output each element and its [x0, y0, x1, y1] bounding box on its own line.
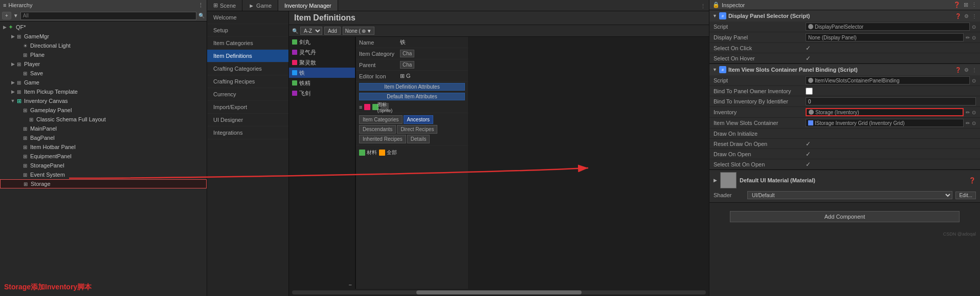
tree-item-ipt[interactable]: ▶ ⊞ Item Pickup Template [0, 87, 207, 96]
tree-item-equipment[interactable]: ⊞ EquipmentPanel [0, 152, 207, 161]
tree-item-directional-light[interactable]: ☀ Directional Light [0, 41, 207, 50]
hierarchy-dropdown-icon[interactable]: ▼ [13, 13, 18, 18]
tree-item-storagepanel[interactable]: ⊞ StoragePanel [0, 161, 207, 170]
horizontal-scrollbar[interactable] [289, 289, 709, 296]
ivs-container-circle[interactable]: ⊙ [972, 120, 976, 126]
sidebar-item-crafting-recipes[interactable]: Crafting Recipes [207, 75, 288, 88]
inspector-icon-1[interactable]: ❓ [953, 2, 961, 8]
sidebar-item-import-export[interactable]: Import/Export [207, 101, 288, 114]
component-ivs-header[interactable]: ▼ # Item View Slots Container Panel Bind… [709, 64, 980, 75]
list-item-iron-spirit[interactable]: 铁精 [289, 78, 355, 88]
dps-settings-icon[interactable]: ⚙ [964, 13, 969, 19]
detail-row-icon: Editor Icon ⊞ G [356, 71, 468, 82]
ivs-more-icon[interactable]: ⋮ [972, 67, 977, 73]
hierarchy-search-icon[interactable]: 🔍 [198, 13, 205, 18]
ivs-inventory-edit[interactable]: ✏ [966, 110, 970, 115]
list-item-iron[interactable]: 铁 [289, 68, 355, 78]
scene-tab-more[interactable]: ⋮ [697, 2, 709, 11]
sidebar-item-setup[interactable]: Setup [207, 24, 288, 37]
ivs-reset-draw-value: ✓ [806, 140, 976, 147]
dps-field-script: Script DisplayPanelSelector ⊙ [709, 22, 980, 32]
material-help-icon[interactable]: ❓ [969, 177, 976, 184]
list-item-sword[interactable]: 剑丸 [289, 37, 355, 47]
detail-tab-direct-recipes[interactable]: Direct Recipes [397, 125, 437, 134]
dps-script-circle-btn[interactable]: ⊙ [972, 24, 976, 30]
ivs-settings-icon[interactable]: ⚙ [964, 67, 969, 73]
sidebar-item-currency[interactable]: Currency [207, 88, 288, 101]
detail-tab-details[interactable]: Details [407, 135, 430, 143]
sidebar-item-integrations[interactable]: Integrations [207, 126, 288, 139]
tree-item-player[interactable]: ▶ ⊞ Player [0, 59, 207, 69]
inv-add-btn[interactable]: Add [324, 27, 341, 35]
ivs-reset-draw-check[interactable]: ✓ [806, 140, 811, 147]
tab-inventory-manager[interactable]: Inventory Manager [278, 0, 338, 11]
dps-script-ref[interactable]: DisplayPanelSelector [806, 23, 970, 31]
watermark: CSDN @adoqal [709, 230, 980, 238]
tree-item-eventsystem[interactable]: ⊞ Event System [0, 170, 207, 179]
detail-parent-value[interactable]: Cha [400, 61, 414, 69]
sidebar-item-item-definitions[interactable]: Item Definitions [207, 50, 288, 62]
component-dps-header[interactable]: ▼ # Display Panel Selector (Script) ❓ ⚙ … [709, 10, 980, 22]
tree-item-save[interactable]: ⊞ Save [0, 69, 207, 78]
detail-tab-descendants[interactable]: Descendants [359, 125, 396, 134]
add-component-btn[interactable]: Add Component [730, 211, 960, 222]
ivs-script-ref[interactable]: ItemViewSlotsContainerPanelBinding [806, 76, 970, 84]
tree-item-game[interactable]: ▶ ⊞ Game [0, 78, 207, 87]
tree-item-classic[interactable]: ⊞ Classic Schema Full Layout [0, 115, 207, 124]
scrollbar-track [292, 290, 706, 294]
detail-tab-item-categories[interactable]: Item Categories [359, 115, 403, 124]
hierarchy-menu-icon[interactable]: ⋮ [198, 2, 204, 9]
list-item-spirit-pill[interactable]: 灵气丹 [289, 47, 355, 57]
ivs-container-ref[interactable]: ⊞ IStorage Inventory Grid (Inventory Gri… [806, 119, 964, 127]
sidebar-item-crafting-categories[interactable]: Crafting Categories [207, 62, 288, 75]
go-icon-save: ⊞ [21, 70, 29, 77]
dps-click-check[interactable]: ✓ [806, 45, 811, 52]
inv-none-dropdown[interactable]: None ( ⊕ ▼ [343, 27, 374, 35]
list-item-spirit-powder[interactable]: 聚灵散 [289, 57, 355, 68]
shader-select[interactable]: UI/Default [747, 191, 952, 199]
dps-help-icon[interactable]: ❓ [955, 13, 961, 19]
ivs-script-circle[interactable]: ⊙ [972, 78, 976, 83]
tree-item-plane[interactable]: ⊞ Plane [0, 50, 207, 59]
sidebar-item-item-categories[interactable]: Item Categories [207, 37, 288, 50]
tree-item-inv-canvas[interactable]: ▼ ⊞ Inventory Canvas [0, 96, 207, 105]
shader-edit-btn[interactable]: Edit... [955, 192, 976, 199]
dps-dp-ref[interactable]: None (Display Panel) [806, 33, 964, 41]
tree-item-bagpanel[interactable]: ⊞ BagPanel [0, 133, 207, 142]
detail-icon-label: Editor Icon [359, 73, 400, 79]
detail-tab-inherited-recipes[interactable]: Inherited Recipes [359, 135, 406, 143]
ivs-bind-id-input[interactable] [806, 97, 976, 105]
detail-category-value[interactable]: Cha [400, 50, 414, 57]
hierarchy-add-btn[interactable]: + [2, 12, 11, 19]
ivs-inventory-ref[interactable]: Storage (Inventory) [806, 108, 964, 116]
dps-hover-check[interactable]: ✓ [806, 55, 811, 62]
item-def-attributes-btn[interactable]: Item Definition Attributes [359, 83, 465, 91]
tree-item-hotbar[interactable]: ⊞ Item Hotbar Panel [0, 142, 207, 152]
detail-tab-ancestors[interactable]: Ancestors [404, 115, 433, 124]
sidebar-item-ui-designer[interactable]: UI Designer [207, 114, 288, 126]
ivs-help-icon[interactable]: ❓ [955, 67, 961, 73]
tree-item-gameplay[interactable]: ⊞ Gameplay Panel [0, 105, 207, 115]
dps-dp-circle[interactable]: ⊙ [972, 35, 976, 40]
list-item-flying-sword[interactable]: 飞剑 [289, 88, 355, 98]
hierarchy-search[interactable] [20, 12, 196, 20]
tree-item-mainpanel[interactable]: ⊞ MainPanel [0, 124, 207, 133]
dps-more-icon[interactable]: ⋮ [972, 13, 977, 19]
tree-item-gamemgr[interactable]: ▶ ⊞ GameMgr [0, 32, 207, 41]
tree-item-storage[interactable]: ⊞ Storage [0, 179, 207, 188]
tab-scene[interactable]: ⊞ Scene [207, 0, 242, 11]
ivs-container-edit[interactable]: ✏ [966, 120, 970, 126]
sidebar-item-welcome[interactable]: Welcome [207, 11, 288, 24]
inv-sort-select[interactable]: A-Z [300, 27, 322, 35]
tree-item-qf[interactable]: ▶ ✦ QF* [0, 23, 207, 32]
inspector-icon-3[interactable]: ⋮ [971, 2, 977, 8]
tab-game[interactable]: ► Game [242, 0, 278, 11]
default-attr-btn[interactable]: Default Item Attributes [359, 93, 465, 100]
ivs-bind-panel-check[interactable] [806, 88, 813, 95]
dps-dp-edit[interactable]: ✏ [966, 35, 970, 40]
ivs-inventory-circle[interactable]: ⊙ [972, 110, 976, 115]
ivs-select-slot-check[interactable]: ✓ [806, 161, 811, 168]
inspector-icon-2[interactable]: ⊠ [964, 2, 968, 8]
minus-btn[interactable]: − [349, 282, 352, 288]
ivs-draw-open-check[interactable]: ✓ [806, 151, 811, 158]
